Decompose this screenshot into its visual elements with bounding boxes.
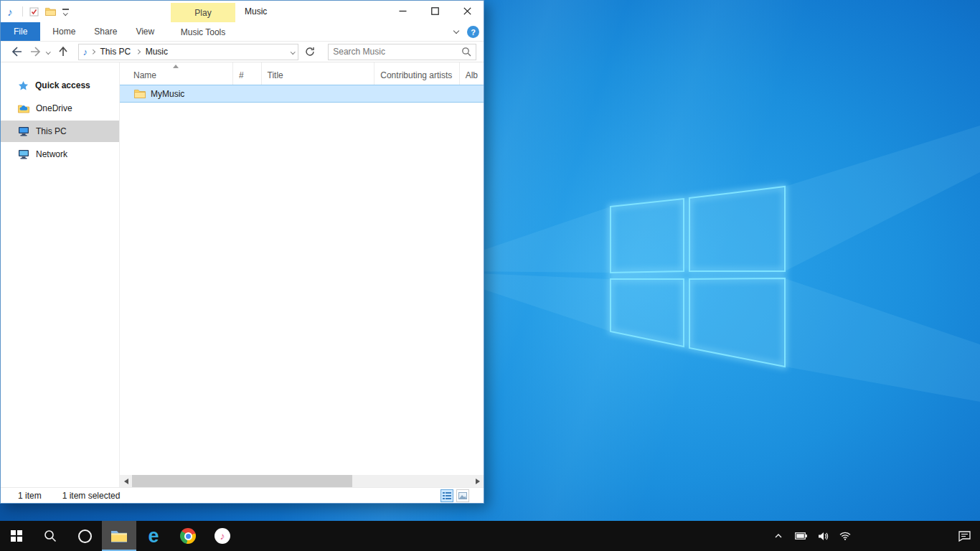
tab-home[interactable]: Home	[43, 22, 85, 41]
chevron-down-icon	[63, 11, 67, 15]
volume-tray-button[interactable]	[814, 521, 831, 551]
minimize-button[interactable]	[387, 1, 419, 22]
music-note-icon[interactable]: ♪	[1, 6, 19, 18]
back-button[interactable]	[11, 46, 24, 57]
this-pc-icon	[18, 126, 29, 136]
expand-ribbon-chevron-icon[interactable]	[453, 28, 459, 34]
breadcrumb-music[interactable]: Music	[143, 47, 170, 57]
forward-button[interactable]	[29, 46, 42, 57]
chrome-taskbar-button[interactable]	[171, 521, 205, 551]
column-header-name[interactable]: Name	[120, 62, 233, 85]
show-hidden-icons-button[interactable]	[770, 521, 787, 551]
column-headers: Name # Title Contributing artists Alb	[120, 62, 484, 85]
search-icon[interactable]	[461, 47, 471, 57]
file-list-pane: Name # Title Contributing artists Alb	[120, 62, 484, 487]
column-header-label: Title	[268, 70, 283, 80]
action-center-button[interactable]	[948, 521, 980, 551]
onedrive-icon	[18, 103, 29, 113]
window-controls	[387, 1, 484, 22]
breadcrumb-this-pc[interactable]: This PC	[98, 47, 133, 57]
file-row-mymusic[interactable]: MyMusic	[120, 85, 484, 103]
maximize-button[interactable]	[419, 1, 451, 22]
action-center-icon	[958, 531, 971, 542]
sidebar-item-label: Network	[36, 149, 67, 159]
network-icon	[18, 149, 29, 159]
column-header-label: Alb	[466, 70, 478, 80]
file-list: MyMusic	[120, 85, 484, 475]
system-tray	[770, 521, 980, 551]
chrome-icon	[180, 528, 196, 544]
navigation-bar: ♪ This PC Music	[1, 42, 484, 62]
file-name: MyMusic	[151, 89, 184, 99]
desktop: ♪ Play Music	[0, 0, 980, 551]
start-button[interactable]	[0, 521, 33, 551]
address-bar[interactable]: ♪ This PC Music	[78, 44, 298, 60]
wifi-icon	[839, 532, 851, 540]
explorer-body: Quick access OneDrive This PC Network	[1, 62, 484, 487]
address-location-icon: ♪	[83, 47, 88, 57]
tab-music-tools[interactable]: Music Tools	[171, 22, 235, 42]
search-box	[328, 44, 476, 60]
itunes-taskbar-button[interactable]: ♪	[205, 521, 240, 551]
search-input[interactable]	[333, 47, 461, 57]
details-view-button[interactable]	[440, 489, 453, 502]
scroll-right-button[interactable]	[471, 475, 484, 487]
cortana-icon	[78, 529, 92, 543]
close-button[interactable]	[451, 1, 484, 22]
address-history-dropdown-icon[interactable]	[291, 50, 295, 54]
sidebar-item-network[interactable]: Network	[1, 143, 119, 165]
customize-qat-dropdown[interactable]	[62, 9, 69, 14]
column-header-contributing-artists[interactable]: Contributing artists	[374, 62, 459, 85]
tab-share[interactable]: Share	[85, 22, 126, 41]
sidebar-item-quick-access[interactable]: Quick access	[1, 75, 119, 96]
file-explorer-window: ♪ Play Music	[0, 0, 484, 504]
ribbon-right-controls: ?	[454, 22, 479, 42]
column-header-label: Name	[133, 70, 156, 80]
refresh-button[interactable]	[303, 44, 318, 60]
battery-icon	[795, 532, 807, 540]
horizontal-scrollbar[interactable]	[120, 475, 484, 487]
large-icons-view-button[interactable]	[456, 489, 469, 502]
folder-icon	[134, 89, 146, 98]
file-explorer-icon	[110, 529, 128, 543]
file-explorer-taskbar-button[interactable]	[102, 521, 136, 551]
up-button[interactable]	[57, 46, 69, 57]
status-bar: 1 item 1 item selected	[1, 487, 484, 503]
search-icon	[44, 529, 57, 542]
selected-count: 1 item selected	[62, 491, 121, 501]
sidebar-item-label: Quick access	[35, 80, 90, 90]
column-header-label: Contributing artists	[380, 70, 452, 80]
qat-separator	[22, 6, 23, 17]
contextual-tab-play[interactable]: Play	[171, 3, 235, 22]
scroll-left-button[interactable]	[120, 475, 132, 487]
column-header-title[interactable]: Title	[262, 62, 375, 85]
chevron-up-icon	[775, 534, 782, 538]
properties-button[interactable]	[29, 7, 39, 17]
star-icon	[18, 80, 29, 91]
scrollbar-thumb[interactable]	[132, 475, 352, 487]
column-header-album[interactable]: Alb	[460, 62, 484, 85]
new-folder-button[interactable]	[45, 7, 56, 16]
view-toggles	[440, 489, 469, 502]
network-tray-button[interactable]	[837, 521, 854, 551]
column-header-number[interactable]: #	[233, 62, 262, 85]
internet-explorer-taskbar-button[interactable]: e	[136, 521, 171, 551]
sidebar-item-label: This PC	[36, 126, 67, 136]
tab-file[interactable]: File	[1, 22, 40, 41]
address-root-chevron-icon[interactable]	[90, 50, 95, 54]
sort-ascending-icon	[173, 65, 179, 68]
speaker-icon	[818, 532, 829, 541]
recent-locations-dropdown[interactable]	[47, 50, 50, 54]
windows-start-icon	[11, 530, 22, 542]
scrollbar-track[interactable]	[132, 475, 471, 487]
itunes-icon: ♪	[215, 528, 230, 544]
breadcrumb-chevron-icon[interactable]	[136, 50, 140, 54]
sidebar-item-onedrive[interactable]: OneDrive	[1, 98, 119, 119]
tab-view[interactable]: View	[126, 22, 164, 41]
sidebar-item-this-pc[interactable]: This PC	[1, 121, 119, 142]
battery-tray-button[interactable]	[792, 521, 809, 551]
help-button[interactable]: ?	[467, 26, 479, 38]
taskbar-search-button[interactable]	[33, 521, 67, 551]
chevron-down-icon	[46, 50, 50, 54]
cortana-button[interactable]	[67, 521, 102, 551]
